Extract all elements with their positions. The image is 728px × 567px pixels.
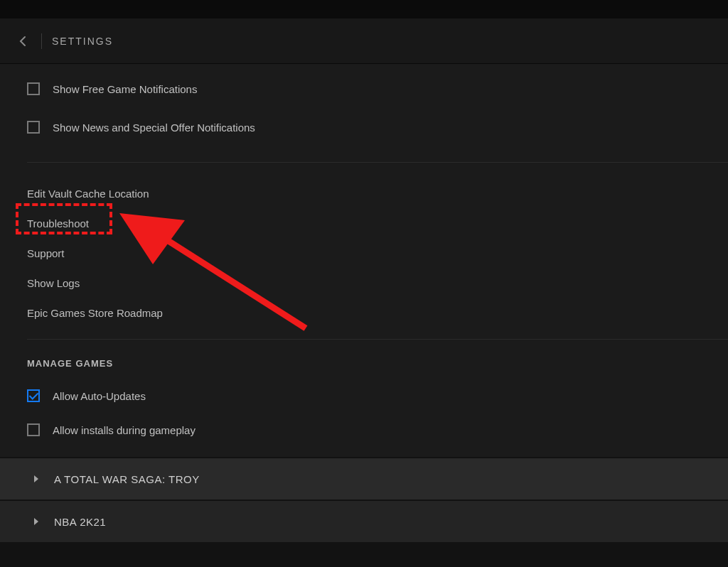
window-topbar [0,0,728,18]
section-title-manage-games: MANAGE GAMES [27,358,728,369]
link-label: Epic Games Store Roadmap [27,307,163,319]
chevron-right-icon [34,475,38,482]
game-row-troy[interactable]: A TOTAL WAR SAGA: TROY [0,457,728,500]
chevron-right-icon [34,518,38,525]
link-label: Troubleshoot [27,217,89,230]
link-roadmap[interactable]: Epic Games Store Roadmap [27,298,728,328]
link-edit-vault-cache[interactable]: Edit Vault Cache Location [27,178,728,208]
label-installs-gameplay: Allow installs during gameplay [53,424,196,436]
game-label: NBA 2K21 [54,516,106,528]
setting-row-free-game-notif[interactable]: Show Free Game Notifications [27,70,728,108]
link-support[interactable]: Support [27,238,728,268]
link-label: Support [27,247,65,259]
divider [27,339,728,340]
checkbox-free-game[interactable] [27,82,40,95]
setting-row-installs-gameplay[interactable]: Allow installs during gameplay [27,413,728,447]
link-show-logs[interactable]: Show Logs [27,268,728,298]
link-label: Show Logs [27,277,80,289]
link-label: Edit Vault Cache Location [27,188,149,200]
label-auto-updates: Allow Auto-Updates [53,390,146,402]
label-news-offer: Show News and Special Offer Notification… [53,122,255,134]
checkbox-installs-gameplay[interactable] [27,423,40,436]
game-row-nba2k21[interactable]: NBA 2K21 [0,500,728,542]
divider [27,162,728,163]
setting-row-news-offer-notif[interactable]: Show News and Special Offer Notification… [27,108,728,146]
header-bar: SETTINGS [0,18,728,64]
label-free-game: Show Free Game Notifications [53,83,197,95]
divider [41,33,42,49]
settings-content: Show Free Game Notifications Show News a… [0,64,728,542]
checkbox-auto-updates[interactable] [27,389,40,402]
back-button[interactable] [14,33,31,50]
checkbox-news-offer[interactable] [27,121,40,134]
setting-row-auto-updates[interactable]: Allow Auto-Updates [27,379,728,413]
chevron-left-icon [19,36,26,47]
link-troubleshoot[interactable]: Troubleshoot [27,208,728,238]
page-title: SETTINGS [52,36,113,47]
game-label: A TOTAL WAR SAGA: TROY [54,473,200,485]
